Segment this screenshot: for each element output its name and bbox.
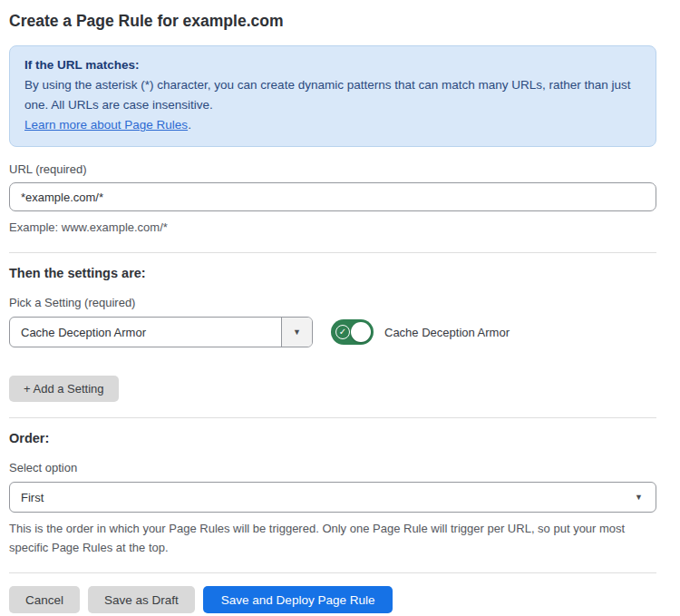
cache-deception-armor-toggle[interactable]: ✓	[331, 319, 374, 345]
check-icon: ✓	[335, 325, 350, 339]
toggle-knob	[351, 322, 371, 342]
setting-row: Cache Deception Armor ▼ ✓ Cache Deceptio…	[9, 317, 656, 347]
info-box-body-text: By using the asterisk (*) character, you…	[24, 78, 631, 112]
save-as-draft-button[interactable]: Save as Draft	[88, 586, 195, 613]
toggle-label: Cache Deception Armor	[384, 326, 510, 339]
order-select[interactable]: First ▼	[9, 482, 656, 513]
page-rule-form: Create a Page Rule for example.com If th…	[9, 0, 656, 613]
setting-picker-label: Pick a Setting (required)	[9, 296, 656, 309]
order-section-heading: Order:	[9, 431, 656, 445]
url-match-info-box: If the URL matches: By using the asteris…	[9, 45, 656, 147]
settings-section-heading: Then the settings are:	[9, 266, 656, 280]
divider	[9, 572, 656, 573]
page-rules-learn-more-link[interactable]: Learn more about Page Rules	[24, 118, 188, 132]
setting-select[interactable]: Cache Deception Armor ▼	[9, 317, 313, 347]
caret-down-icon: ▼	[293, 328, 301, 337]
url-input[interactable]	[9, 182, 656, 211]
save-and-deploy-button[interactable]: Save and Deploy Page Rule	[203, 586, 393, 613]
page-title: Create a Page Rule for example.com	[9, 0, 656, 32]
order-select-value: First	[10, 491, 635, 504]
info-box-heading: If the URL matches:	[24, 55, 641, 75]
url-field-helper: Example: www.example.com/*	[9, 218, 656, 237]
link-suffix: .	[188, 118, 191, 132]
cancel-button[interactable]: Cancel	[9, 586, 80, 613]
divider	[9, 252, 656, 253]
divider	[9, 417, 656, 418]
setting-select-arrow-button[interactable]: ▼	[281, 318, 312, 347]
order-helper-text: This is the order in which your Page Rul…	[9, 519, 656, 557]
url-field-label: URL (required)	[9, 162, 656, 176]
order-select-caret-holder: ▼	[635, 494, 656, 502]
info-box-body: By using the asterisk (*) character, you…	[24, 75, 641, 135]
caret-down-icon: ▼	[635, 494, 643, 502]
order-select-label: Select option	[9, 461, 656, 474]
setting-select-value: Cache Deception Armor	[10, 326, 281, 339]
footer-actions: Cancel Save as Draft Save and Deploy Pag…	[9, 586, 656, 613]
add-setting-button[interactable]: + Add a Setting	[9, 376, 119, 402]
